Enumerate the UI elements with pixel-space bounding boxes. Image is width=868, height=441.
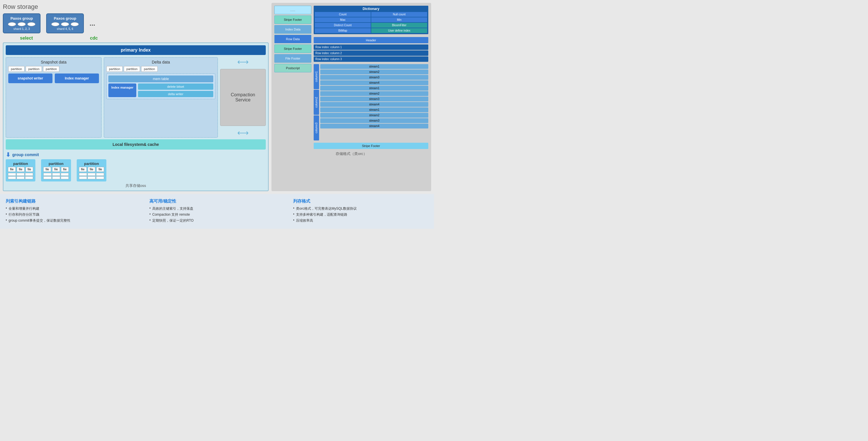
index-manager-box-snapshot: Index manager	[55, 73, 99, 83]
orc-format-label: 存储格式（类orc）	[274, 151, 428, 157]
bottom-col-2-item-2: Compaction 支持 remote	[149, 212, 285, 217]
file-grid-cell	[17, 176, 25, 179]
file-grid-3	[79, 173, 104, 179]
file-row-2: file file file	[43, 167, 68, 172]
select-label: select	[20, 36, 33, 41]
file-box: file	[79, 167, 87, 172]
bottom-col-1-item-2: 行存和列存分区节藕	[6, 212, 141, 217]
select-cdc-row: select cdc	[3, 36, 269, 41]
stream-c1-3: stream3	[320, 75, 428, 80]
partition-box: partition	[26, 66, 42, 72]
row-index-section: Row index: column 1 Row index: column 2 …	[314, 44, 428, 62]
file-grid-cell	[25, 176, 33, 179]
disk	[27, 22, 35, 26]
bottom-col-1-title: 列索引构建链路	[6, 199, 141, 204]
bottom-col-1-item-1: 全量和增量并行构建	[6, 206, 141, 211]
bottom-col-2-title: 高可用/稳定性	[149, 199, 285, 204]
file-grid-cell	[96, 176, 104, 179]
index-manager-delta: Index manager	[108, 83, 136, 97]
snapshot-data-title: Snapshot data	[8, 60, 99, 64]
stream-c3-3: stream3	[320, 118, 428, 123]
dict-bitmap: BitMap	[315, 28, 371, 33]
file-grid-cell	[8, 173, 16, 176]
bottom-col-3-item-3: 压缩效率高	[293, 218, 428, 223]
orc-left: ...... Stripe Footer Index Data Row Data…	[274, 6, 311, 149]
dict-bloomfilter: BloomFilter	[371, 23, 427, 28]
file-grid-cell	[52, 173, 60, 176]
column-label-2: column2	[314, 90, 319, 115]
file-box: file	[8, 167, 16, 172]
orc-right: Dictionary Count Null count Max Min Dist…	[314, 6, 428, 149]
local-fs-bar: Local filesystem& cache	[6, 139, 266, 149]
delta-data-title: Delta data	[106, 60, 215, 64]
stream-c2-3: stream3	[320, 97, 428, 101]
orc-cell-stripe-footer-1: Stripe Footer	[274, 15, 311, 24]
header-box: Header	[314, 37, 428, 43]
stream-c2-4: stream4	[320, 102, 428, 107]
disk	[51, 22, 59, 26]
delta-partition-row: partition partition partition	[106, 66, 215, 72]
left-panel: Row storage Paxos group shard 1, 2, 3 Pa…	[3, 3, 269, 191]
bottom-col-1: 列索引构建链路 全量和增量并行构建 行存和列存分区节藕 group commit…	[6, 199, 141, 224]
file-grid-cell	[43, 173, 51, 176]
bottom-col-2-item-1: 高效的主键索引，支持落盘	[149, 206, 285, 211]
right-panel: ...... Stripe Footer Index Data Row Data…	[272, 3, 431, 191]
dict-null-count: Null count	[371, 12, 427, 17]
file-box: file	[88, 167, 95, 172]
snapshot-blue-components: snapshot writer Index manager	[8, 73, 99, 83]
stream-c3-2: stream2	[320, 113, 428, 118]
dictionary-box: Dictionary Count Null count Max Min Dist…	[314, 6, 428, 34]
file-row-3: file file file	[79, 167, 104, 172]
file-box: file	[17, 167, 25, 172]
file-grid-cell	[52, 176, 60, 179]
group-commit-label: ⬇ group commit	[6, 151, 266, 158]
partition-box: partition	[141, 66, 157, 72]
paxos-row: Paxos group shard 1, 2, 3 Paxos group	[3, 13, 269, 33]
file-box: file	[61, 167, 69, 172]
stream-c2-2: stream2	[320, 91, 428, 96]
snapshot-writer-box: snapshot writer	[8, 73, 53, 83]
orc-container: ...... Stripe Footer Index Data Row Data…	[274, 6, 428, 149]
file-grid-1	[8, 173, 33, 179]
delta-inner: mem table Index manager delete bitset de…	[106, 73, 215, 99]
partition-box: partition	[43, 66, 59, 72]
inner-box: primary Index Snapshot data partition pa…	[3, 42, 269, 191]
delta-writer-box: delta writer	[138, 91, 213, 97]
right-col-delta: delete bitset delta writer	[138, 83, 213, 97]
partition-storage-1: partition file file file	[6, 159, 35, 181]
row-index-3: Row index: column 3	[314, 57, 428, 62]
disk	[71, 22, 79, 26]
shared-storage-label: 共享存储oss	[6, 183, 266, 188]
row-storage-label: Row storage	[3, 3, 269, 11]
bottom-col-3-item-1: 类orc格式，可完整表达MySQL数据协议	[293, 206, 428, 211]
disks-2	[51, 22, 79, 26]
arrow-right-bottom: ⟷	[237, 128, 249, 138]
row-index-1: Row index: column 1	[314, 44, 428, 50]
snapshot-partition-row: partition partition partition	[8, 66, 99, 72]
bottom-col-2: 高可用/稳定性 高效的主键索引，支持落盘 Compaction 支持 remot…	[149, 199, 285, 224]
primary-index-bar: primary Index	[6, 45, 266, 55]
main-container: Row storage Paxos group shard 1, 2, 3 Pa…	[0, 0, 434, 229]
file-grid-cell	[25, 173, 33, 176]
top-section: Row storage Paxos group shard 1, 2, 3 Pa…	[0, 0, 434, 194]
disk	[8, 22, 16, 26]
partition-box: partition	[124, 66, 140, 72]
orc-cell-index-data: Index Data	[274, 25, 311, 34]
partition-box: partition	[8, 66, 25, 72]
orc-cell-postscript: Postscript	[274, 64, 311, 72]
arrow-right-top: ⟷	[237, 57, 249, 67]
disks-1	[8, 22, 35, 26]
orc-cell-row-data: Row Data	[274, 35, 311, 43]
stream-c1-4: stream4	[320, 80, 428, 85]
partition-box: partition	[106, 66, 123, 72]
file-grid-cell	[61, 176, 69, 179]
dict-count: Count	[315, 12, 371, 17]
stream-c3-1: stream1	[320, 107, 428, 112]
partition-storage-2: partition file file file	[41, 159, 71, 181]
columns-streams: column1 column2 column3 stream1 stream2 …	[314, 64, 428, 140]
bottom-col-3: 列存格式 类orc格式，可完整表达MySQL数据协议 支持多种索引构建，适配查询…	[293, 199, 428, 224]
stream-c3-4: stream4	[320, 124, 428, 129]
compaction-box: Compaction Service	[220, 69, 266, 126]
bottom-col-3-item-2: 支持多种索引构建，适配查询链路	[293, 212, 428, 217]
bottom-section: 列索引构建链路 全量和增量并行构建 行存和列存分区节藕 group commit…	[0, 194, 434, 229]
